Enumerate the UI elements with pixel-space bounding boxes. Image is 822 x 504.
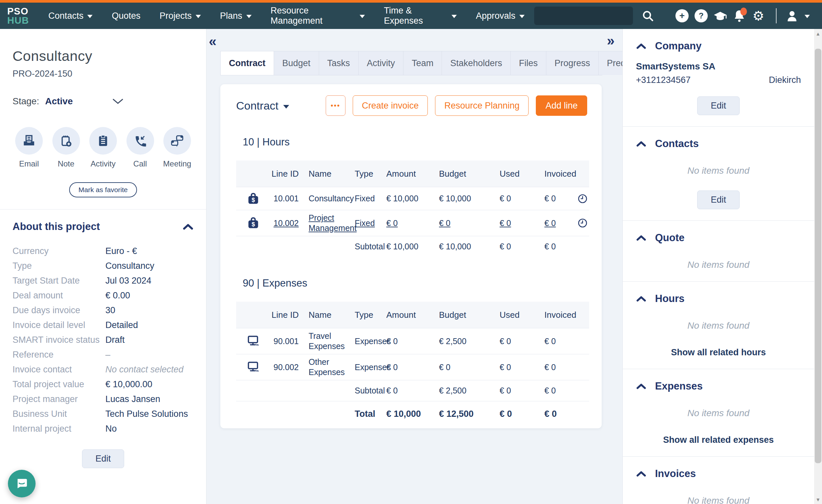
resource-planning-button[interactable]: Resource Planning [435, 95, 528, 116]
nav-menu: Contacts Quotes Projects Plans Resource … [39, 3, 534, 29]
show-all-related-expenses-link[interactable]: Show all related expenses [636, 435, 801, 445]
activity-action-button[interactable]: Activity [87, 127, 119, 168]
hours-section-title: 10 | Hours [243, 136, 587, 148]
svg-text:$: $ [252, 221, 255, 228]
chevron-down-icon [805, 15, 810, 18]
user-menu-icon[interactable] [783, 6, 802, 25]
contacts-section-header[interactable]: Contacts [636, 138, 801, 150]
field-target-start-date: Target Start DateJul 03 2024 [13, 273, 193, 288]
hours-section-header[interactable]: Hours [636, 293, 801, 305]
tab-budget[interactable]: Budget [274, 51, 319, 75]
edit-company-button[interactable]: Edit [697, 96, 740, 115]
top-nav: PSO HUB Contacts Quotes Projects Plans R… [0, 0, 822, 29]
line-name-link[interactable]: Project Management [309, 213, 357, 233]
about-section-header: About this project [13, 221, 193, 233]
tab-stakeholders[interactable]: Stakeholders [442, 51, 511, 75]
field-total-project-value: Total project value€ 10,000.00 [13, 377, 193, 392]
mark-as-favorite-button[interactable]: Mark as favorite [69, 182, 137, 197]
notifications-icon[interactable] [730, 6, 749, 25]
table-row[interactable]: 90.001 Travel Expenses Expenses € 0 € 2,… [236, 328, 589, 354]
contract-card: Contract ••• Create invoice Resource Pla… [220, 84, 602, 428]
invoices-section: Invoices No items found Show all related… [623, 457, 814, 504]
tab-tasks[interactable]: Tasks [319, 51, 359, 75]
scrollbar-thumb[interactable] [815, 49, 821, 463]
field-currency: CurrencyEuro - € [13, 244, 193, 259]
help-circle-icon[interactable]: ? [692, 6, 711, 25]
nav-item-quotes[interactable]: Quotes [102, 3, 150, 29]
expenses-section-header[interactable]: Expenses [636, 380, 801, 392]
notification-badge [740, 8, 747, 15]
hours-subtotal-row: Subtotal € 10,000 € 10,000 € 0 € 0 [236, 236, 589, 257]
call-action-button[interactable]: Call [124, 127, 157, 168]
nav-divider [776, 8, 777, 23]
nav-item-contacts[interactable]: Contacts [39, 3, 102, 29]
table-row[interactable]: $ 10.002 Project Management Fixed € 0 € … [236, 210, 589, 236]
contacts-empty-state: No items found [636, 165, 801, 176]
scroll-up-arrow-icon[interactable]: ▲ [814, 29, 822, 38]
contract-view-dropdown[interactable]: Contract [236, 99, 289, 112]
tab-contract[interactable]: Contract [220, 51, 274, 75]
meeting-action-button[interactable]: Meeting [161, 127, 193, 168]
more-actions-button[interactable]: ••• [326, 95, 346, 116]
settings-icon[interactable]: ⚙ [749, 6, 768, 25]
expenses-section-title: 90 | Expenses [243, 277, 587, 289]
logo-bottom: HUB [7, 16, 29, 25]
company-phone[interactable]: +3121234567 [636, 75, 691, 85]
tab-predictive[interactable]: Predictive [599, 51, 623, 75]
chevron-down-icon [87, 15, 92, 18]
quote-section-header[interactable]: Quote [636, 232, 801, 244]
expenses-table: Line ID Name Type Amount Budget Used Inv… [236, 302, 589, 427]
edit-contacts-button[interactable]: Edit [697, 190, 740, 209]
chevron-down-icon [246, 15, 252, 18]
project-sidebar: Consultancy PRO-2024-150 Stage: Active E… [0, 29, 207, 504]
chat-launcher-icon[interactable] [8, 470, 36, 497]
email-action-button[interactable]: Email [13, 127, 45, 168]
nav-item-time-expenses[interactable]: Time & Expenses [374, 3, 466, 29]
note-action-button[interactable]: Note [50, 127, 83, 168]
collapse-chevron-up-icon[interactable] [182, 223, 193, 230]
field-deal-amount: Deal amount€ 0.00 [13, 288, 193, 303]
line-id-link[interactable]: 10.002 [274, 218, 299, 228]
clock-icon [576, 193, 589, 204]
field-invoice-detail-level: Invoice detail levelDetailed [13, 318, 193, 333]
add-circle-icon[interactable]: + [673, 6, 692, 25]
briefcase-dollar-icon: $ [236, 216, 270, 230]
chevron-down-icon [360, 15, 365, 18]
chevron-down-icon [195, 15, 201, 18]
tab-progress[interactable]: Progress [546, 51, 599, 75]
search-icon[interactable] [638, 6, 657, 25]
field-type: TypeConsultancy [13, 259, 193, 273]
psohub-logo[interactable]: PSO HUB [7, 7, 29, 25]
invoices-section-header[interactable]: Invoices [636, 468, 801, 480]
stage-dropdown[interactable] [112, 98, 123, 105]
meeting-icon [163, 127, 191, 155]
edit-project-button[interactable]: Edit [82, 449, 124, 468]
scroll-down-arrow-icon[interactable]: ▼ [814, 495, 822, 504]
collapse-left-panel-icon[interactable]: « [209, 34, 217, 49]
add-line-button[interactable]: Add line [536, 95, 587, 116]
expand-right-panel-icon[interactable]: » [607, 33, 614, 49]
right-scrollbar[interactable]: ▲ ▼ [814, 29, 822, 504]
table-row[interactable]: $ 10.001 Consultancy Fixed € 10,000 € 10… [236, 187, 589, 210]
field-invoice-contact: Invoice contactNo contact selected [13, 362, 193, 377]
show-all-related-hours-link[interactable]: Show all related hours [636, 347, 801, 358]
tab-team[interactable]: Team [403, 51, 442, 75]
nav-item-plans[interactable]: Plans [211, 3, 261, 29]
user-menu-caret[interactable] [802, 6, 813, 25]
expense-monitor-icon [236, 334, 270, 348]
company-name[interactable]: SmartSystems SA [636, 61, 801, 72]
tab-activity[interactable]: Activity [359, 51, 404, 75]
contacts-section: Contacts No items found Edit [623, 127, 814, 221]
field-internal-project: Internal projectNo [13, 421, 193, 436]
note-icon [52, 127, 80, 155]
tab-files[interactable]: Files [511, 51, 546, 75]
nav-item-resource-management[interactable]: Resource Management [261, 3, 374, 29]
company-section-header[interactable]: Company [636, 40, 801, 52]
company-city: Diekirch [769, 75, 801, 85]
create-invoice-button[interactable]: Create invoice [353, 95, 428, 116]
nav-item-approvals[interactable]: Approvals [466, 3, 534, 29]
academy-icon[interactable] [711, 6, 730, 25]
search-input[interactable] [534, 7, 633, 25]
nav-item-projects[interactable]: Projects [150, 3, 211, 29]
table-row[interactable]: 90.002 Other Expenses Expenses € 0 € 0 €… [236, 354, 589, 380]
